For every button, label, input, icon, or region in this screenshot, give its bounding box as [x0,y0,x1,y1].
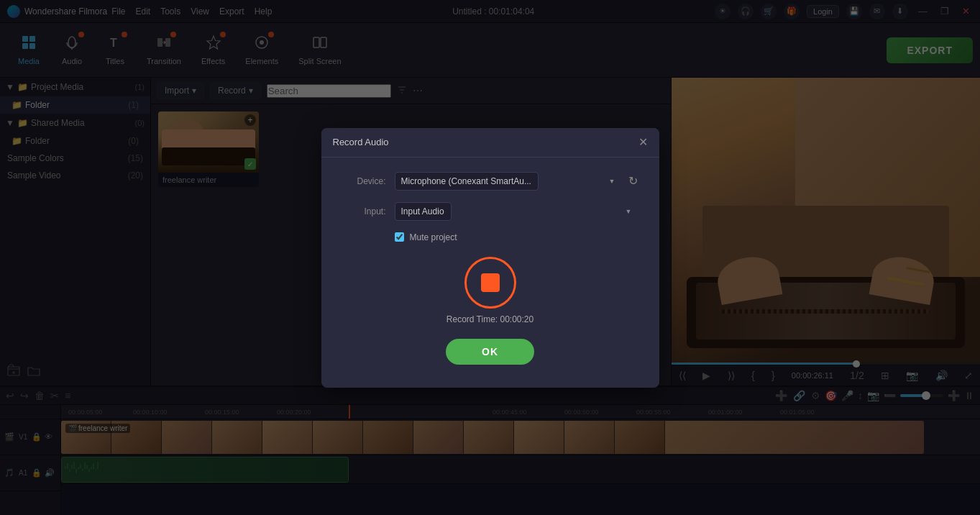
device-select-wrap: Microphone (Conexant SmartAu... [395,172,621,191]
modal-header: Record Audio ✕ [321,128,659,158]
modal-overlay: Record Audio ✕ Device: Microphone (Conex… [0,0,980,515]
input-select-wrap: Input Audio [395,202,638,221]
mute-project-row: Mute project [395,232,638,242]
modal-ok-button[interactable]: OK [446,339,534,365]
input-label: Input: [343,206,386,217]
refresh-icon[interactable]: ↻ [628,174,638,188]
device-field: Device: Microphone (Conexant SmartAu... … [343,172,638,191]
input-select[interactable]: Input Audio [395,202,452,221]
record-button-wrap [343,257,638,309]
record-audio-modal: Record Audio ✕ Device: Microphone (Conex… [321,128,659,388]
modal-body: Device: Microphone (Conexant SmartAu... … [321,158,659,388]
modal-close-button[interactable]: ✕ [638,137,648,148]
mute-project-checkbox[interactable] [395,232,404,242]
input-field: Input: Input Audio [343,202,638,221]
record-time: Record Time: 00:00:20 [343,314,638,324]
device-label: Device: [343,176,386,186]
device-select[interactable]: Microphone (Conexant SmartAu... [395,172,539,191]
modal-title: Record Audio [333,137,389,147]
record-stop-button[interactable] [464,257,516,309]
mute-project-label: Mute project [410,232,457,242]
record-stop-icon [481,273,500,292]
